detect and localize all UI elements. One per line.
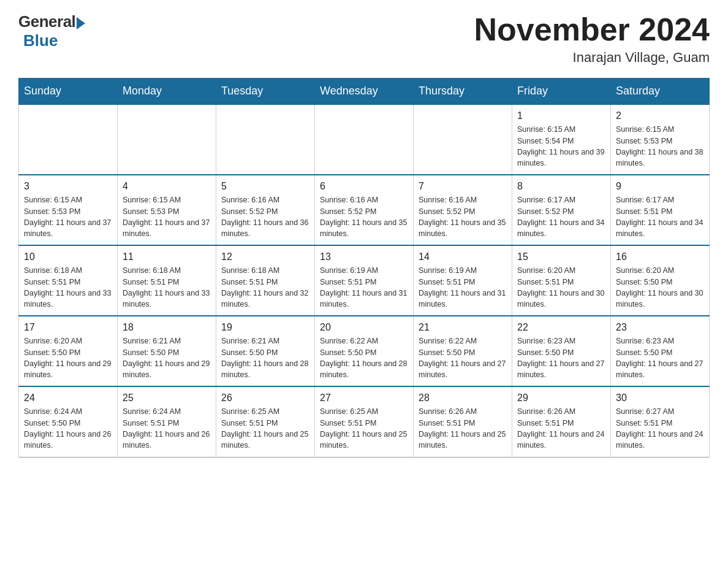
day-info: Sunrise: 6:18 AMSunset: 5:51 PMDaylight:… — [24, 265, 112, 310]
logo: General Blue — [18, 12, 85, 50]
day-cell-0-1 — [118, 104, 216, 175]
logo-general-text: General — [18, 12, 75, 31]
day-info: Sunrise: 6:16 AMSunset: 5:52 PMDaylight:… — [320, 194, 408, 239]
day-cell-2-0: 10Sunrise: 6:18 AMSunset: 5:51 PMDayligh… — [19, 245, 118, 316]
day-info: Sunrise: 6:20 AMSunset: 5:50 PMDaylight:… — [616, 265, 704, 310]
day-cell-3-6: 23Sunrise: 6:23 AMSunset: 5:50 PMDayligh… — [611, 316, 710, 386]
day-cell-1-5: 8Sunrise: 6:17 AMSunset: 5:52 PMDaylight… — [512, 175, 611, 245]
day-number: 10 — [24, 250, 112, 264]
title-area: November 2024 Inarajan Village, Guam — [474, 12, 710, 66]
day-number: 11 — [123, 250, 211, 264]
day-info: Sunrise: 6:15 AMSunset: 5:54 PMDaylight:… — [517, 124, 605, 169]
header: General Blue November 2024 Inarajan Vill… — [18, 12, 710, 66]
day-number: 15 — [517, 250, 605, 264]
day-number: 23 — [616, 320, 704, 334]
day-info: Sunrise: 6:18 AMSunset: 5:51 PMDaylight:… — [221, 265, 309, 310]
day-info: Sunrise: 6:16 AMSunset: 5:52 PMDaylight:… — [419, 194, 507, 239]
day-cell-2-5: 15Sunrise: 6:20 AMSunset: 5:51 PMDayligh… — [512, 245, 611, 316]
day-info: Sunrise: 6:26 AMSunset: 5:51 PMDaylight:… — [517, 406, 605, 451]
day-number: 6 — [320, 179, 408, 193]
day-cell-3-0: 17Sunrise: 6:20 AMSunset: 5:50 PMDayligh… — [19, 316, 118, 386]
day-number: 12 — [221, 250, 309, 264]
day-info: Sunrise: 6:22 AMSunset: 5:50 PMDaylight:… — [320, 335, 408, 380]
day-cell-3-1: 18Sunrise: 6:21 AMSunset: 5:50 PMDayligh… — [118, 316, 216, 386]
day-cell-3-5: 22Sunrise: 6:23 AMSunset: 5:50 PMDayligh… — [512, 316, 611, 386]
day-cell-2-6: 16Sunrise: 6:20 AMSunset: 5:50 PMDayligh… — [611, 245, 710, 316]
day-number: 5 — [221, 179, 309, 193]
day-cell-0-6: 2Sunrise: 6:15 AMSunset: 5:53 PMDaylight… — [611, 104, 710, 175]
week-row-5: 24Sunrise: 6:24 AMSunset: 5:50 PMDayligh… — [19, 386, 710, 457]
day-number: 4 — [123, 179, 211, 193]
day-cell-3-4: 21Sunrise: 6:22 AMSunset: 5:50 PMDayligh… — [414, 316, 512, 386]
day-cell-2-4: 14Sunrise: 6:19 AMSunset: 5:51 PMDayligh… — [414, 245, 512, 316]
logo-blue-text: Blue — [21, 31, 58, 50]
day-cell-0-2 — [216, 104, 315, 175]
day-cell-4-2: 26Sunrise: 6:25 AMSunset: 5:51 PMDayligh… — [216, 386, 315, 457]
day-number: 2 — [616, 109, 704, 123]
day-cell-0-3 — [315, 104, 414, 175]
week-row-3: 10Sunrise: 6:18 AMSunset: 5:51 PMDayligh… — [19, 245, 710, 316]
day-info: Sunrise: 6:24 AMSunset: 5:50 PMDaylight:… — [24, 406, 112, 451]
day-cell-1-2: 5Sunrise: 6:16 AMSunset: 5:52 PMDaylight… — [216, 175, 315, 245]
week-row-1: 1Sunrise: 6:15 AMSunset: 5:54 PMDaylight… — [19, 104, 710, 175]
day-info: Sunrise: 6:25 AMSunset: 5:51 PMDaylight:… — [320, 406, 408, 451]
day-number: 28 — [419, 391, 507, 405]
day-cell-1-4: 7Sunrise: 6:16 AMSunset: 5:52 PMDaylight… — [414, 175, 512, 245]
day-info: Sunrise: 6:19 AMSunset: 5:51 PMDaylight:… — [320, 265, 408, 310]
day-number: 1 — [517, 109, 605, 123]
weekday-header-row: Sunday Monday Tuesday Wednesday Thursday… — [19, 79, 710, 105]
day-cell-2-1: 11Sunrise: 6:18 AMSunset: 5:51 PMDayligh… — [118, 245, 216, 316]
day-number: 22 — [517, 320, 605, 334]
day-number: 24 — [24, 391, 112, 405]
day-number: 18 — [123, 320, 211, 334]
day-number: 20 — [320, 320, 408, 334]
day-number: 27 — [320, 391, 408, 405]
day-info: Sunrise: 6:17 AMSunset: 5:51 PMDaylight:… — [616, 194, 704, 239]
day-cell-4-0: 24Sunrise: 6:24 AMSunset: 5:50 PMDayligh… — [19, 386, 118, 457]
day-number: 16 — [616, 250, 704, 264]
day-number: 8 — [517, 179, 605, 193]
day-info: Sunrise: 6:17 AMSunset: 5:52 PMDaylight:… — [517, 194, 605, 239]
day-cell-4-3: 27Sunrise: 6:25 AMSunset: 5:51 PMDayligh… — [315, 386, 414, 457]
day-info: Sunrise: 6:24 AMSunset: 5:51 PMDaylight:… — [123, 406, 211, 451]
header-saturday: Saturday — [611, 79, 710, 105]
week-row-4: 17Sunrise: 6:20 AMSunset: 5:50 PMDayligh… — [19, 316, 710, 386]
week-row-2: 3Sunrise: 6:15 AMSunset: 5:53 PMDaylight… — [19, 175, 710, 245]
day-info: Sunrise: 6:15 AMSunset: 5:53 PMDaylight:… — [616, 124, 704, 169]
day-info: Sunrise: 6:23 AMSunset: 5:50 PMDaylight:… — [517, 335, 605, 380]
day-number: 14 — [419, 250, 507, 264]
logo-arrow-icon — [77, 17, 85, 29]
day-info: Sunrise: 6:22 AMSunset: 5:50 PMDaylight:… — [419, 335, 507, 380]
day-number: 21 — [419, 320, 507, 334]
day-cell-2-2: 12Sunrise: 6:18 AMSunset: 5:51 PMDayligh… — [216, 245, 315, 316]
day-number: 9 — [616, 179, 704, 193]
day-info: Sunrise: 6:20 AMSunset: 5:51 PMDaylight:… — [517, 265, 605, 310]
month-title: November 2024 — [474, 12, 710, 47]
header-monday: Monday — [118, 79, 216, 105]
day-cell-4-1: 25Sunrise: 6:24 AMSunset: 5:51 PMDayligh… — [118, 386, 216, 457]
calendar-table: Sunday Monday Tuesday Wednesday Thursday… — [18, 78, 710, 458]
day-info: Sunrise: 6:18 AMSunset: 5:51 PMDaylight:… — [123, 265, 211, 310]
header-friday: Friday — [512, 79, 611, 105]
day-info: Sunrise: 6:19 AMSunset: 5:51 PMDaylight:… — [419, 265, 507, 310]
day-number: 19 — [221, 320, 309, 334]
day-cell-0-4 — [414, 104, 512, 175]
day-number: 29 — [517, 391, 605, 405]
location-title: Inarajan Village, Guam — [474, 50, 710, 66]
day-info: Sunrise: 6:23 AMSunset: 5:50 PMDaylight:… — [616, 335, 704, 380]
header-sunday: Sunday — [19, 79, 118, 105]
day-number: 17 — [24, 320, 112, 334]
day-cell-4-6: 30Sunrise: 6:27 AMSunset: 5:51 PMDayligh… — [611, 386, 710, 457]
header-tuesday: Tuesday — [216, 79, 315, 105]
day-number: 30 — [616, 391, 704, 405]
day-info: Sunrise: 6:15 AMSunset: 5:53 PMDaylight:… — [24, 194, 112, 239]
day-cell-1-3: 6Sunrise: 6:16 AMSunset: 5:52 PMDaylight… — [315, 175, 414, 245]
day-info: Sunrise: 6:21 AMSunset: 5:50 PMDaylight:… — [221, 335, 309, 380]
day-info: Sunrise: 6:27 AMSunset: 5:51 PMDaylight:… — [616, 406, 704, 451]
day-info: Sunrise: 6:25 AMSunset: 5:51 PMDaylight:… — [221, 406, 309, 451]
day-cell-0-0 — [19, 104, 118, 175]
day-info: Sunrise: 6:15 AMSunset: 5:53 PMDaylight:… — [123, 194, 211, 239]
header-thursday: Thursday — [414, 79, 512, 105]
day-cell-0-5: 1Sunrise: 6:15 AMSunset: 5:54 PMDaylight… — [512, 104, 611, 175]
day-info: Sunrise: 6:26 AMSunset: 5:51 PMDaylight:… — [419, 406, 507, 451]
